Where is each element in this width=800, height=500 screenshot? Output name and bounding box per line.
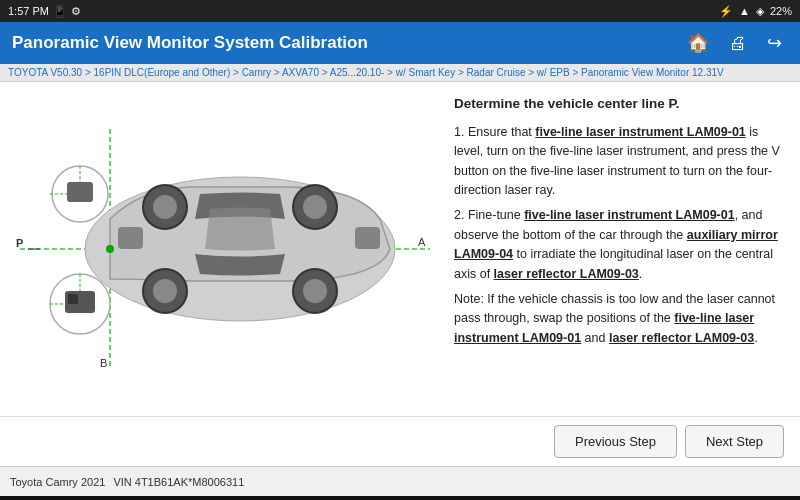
breadcrumb-text: TOYOTA V50.30 > 16PIN DLC(Europe and Oth… (8, 67, 724, 78)
car-diagram: P A B (10, 119, 430, 379)
svg-point-25 (106, 245, 114, 253)
car-svg: P A B (10, 119, 430, 379)
signal-icon: ◈ (756, 5, 764, 18)
svg-rect-6 (118, 227, 143, 249)
note-period: . (754, 331, 757, 345)
svg-point-13 (153, 279, 177, 303)
step-2-number: 2. Fine-tune (454, 208, 524, 222)
svg-text:B: B (100, 357, 107, 369)
header-icons: 🏠 🖨 ↪ (681, 28, 788, 58)
header: Panoramic View Monitor System Calibratio… (0, 22, 800, 64)
note-link2: laser reflector LAM09-03 (609, 331, 754, 345)
page-title: Panoramic View Monitor System Calibratio… (12, 33, 368, 53)
android-nav-bar: ◀ ● ■ (0, 496, 800, 500)
car-image-panel: P A B (0, 82, 440, 416)
instructions-text: 1. Ensure that five-line laser instrumen… (454, 123, 786, 348)
instructions-panel: Determine the vehicle center line P. 1. … (440, 82, 800, 416)
svg-text:P: P (16, 237, 23, 249)
status-icon-settings: ⚙ (71, 5, 81, 18)
svg-point-11 (303, 195, 327, 219)
next-step-button[interactable]: Next Step (685, 425, 784, 458)
step-1-link1: five-line laser instrument LAM09-01 (535, 125, 745, 139)
svg-text:A: A (418, 236, 426, 248)
svg-point-9 (153, 195, 177, 219)
note-paragraph: Note: If the vehicle chassis is too low … (454, 290, 786, 348)
car-model: Toyota Camry 2021 (10, 476, 105, 488)
step-2-text3: . (639, 267, 642, 281)
print-button[interactable]: 🖨 (723, 29, 753, 58)
info-bar: Toyota Camry 2021 VIN 4T1B61AK*M8006311 (0, 466, 800, 496)
previous-step-button[interactable]: Previous Step (554, 425, 677, 458)
main-content: P A B (0, 82, 800, 416)
status-icon-phone: 📱 (53, 5, 67, 18)
note-and: and (581, 331, 609, 345)
step-2-link1: five-line laser instrument LAM09-01 (524, 208, 734, 222)
step-1: 1. Ensure that five-line laser instrumen… (454, 123, 786, 201)
instructions-title: Determine the vehicle center line P. (454, 94, 786, 115)
svg-rect-18 (68, 294, 78, 304)
step-2-link3: laser reflector LAM09-03 (494, 267, 639, 281)
wifi-icon: ▲ (739, 5, 750, 17)
home-button[interactable]: 🏠 (681, 28, 715, 58)
bluetooth-icon: ⚡ (719, 5, 733, 18)
battery-percent: 22% (770, 5, 792, 17)
svg-point-15 (303, 279, 327, 303)
step-2: 2. Fine-tune five-line laser instrument … (454, 206, 786, 284)
status-bar: 1:57 PM 📱 ⚙ ⚡ ▲ ◈ 22% (0, 0, 800, 22)
svg-rect-7 (355, 227, 380, 249)
status-bar-right: ⚡ ▲ ◈ 22% (719, 5, 792, 18)
vin: VIN 4T1B61AK*M8006311 (113, 476, 244, 488)
breadcrumb: TOYOTA V50.30 > 16PIN DLC(Europe and Oth… (0, 64, 800, 82)
step-1-number: 1. Ensure that (454, 125, 535, 139)
status-bar-left: 1:57 PM 📱 ⚙ (8, 5, 81, 18)
status-time: 1:57 PM (8, 5, 49, 17)
svg-rect-22 (67, 182, 93, 202)
share-button[interactable]: ↪ (761, 28, 788, 58)
footer-nav: Previous Step Next Step (0, 416, 800, 466)
